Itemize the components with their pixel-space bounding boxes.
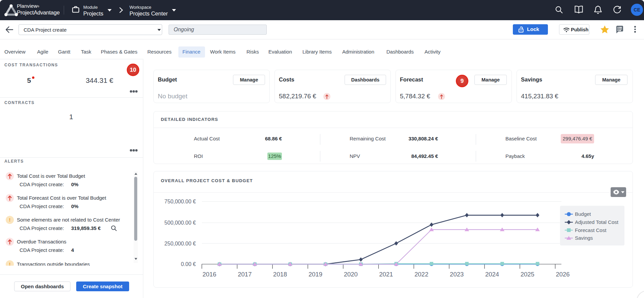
svg-text:2019: 2019	[309, 271, 322, 278]
svg-text:Forecast Cost: Forecast Cost	[575, 227, 607, 233]
svg-text:750,000.00 €: 750,000.00 €	[165, 199, 196, 204]
svg-text:Savings: Savings	[575, 235, 593, 241]
svg-text:2026: 2026	[556, 271, 570, 278]
svg-text:Adjusted Total Cost: Adjusted Total Cost	[575, 219, 619, 225]
svg-text:250,000.00 €: 250,000.00 €	[165, 241, 196, 246]
svg-text:2022: 2022	[414, 271, 428, 278]
svg-text:2020: 2020	[344, 271, 358, 278]
svg-text:2023: 2023	[450, 271, 464, 278]
svg-text:2017: 2017	[238, 271, 252, 278]
svg-text:500,000.00 €: 500,000.00 €	[165, 220, 196, 226]
svg-text:2016: 2016	[203, 271, 216, 278]
svg-text:2021: 2021	[379, 271, 393, 278]
svg-text:2025: 2025	[521, 271, 534, 278]
svg-text:2018: 2018	[273, 271, 287, 278]
svg-text:0.00 €: 0.00 €	[181, 261, 196, 267]
svg-text:Budget: Budget	[575, 211, 591, 217]
svg-text:2024: 2024	[485, 271, 499, 278]
